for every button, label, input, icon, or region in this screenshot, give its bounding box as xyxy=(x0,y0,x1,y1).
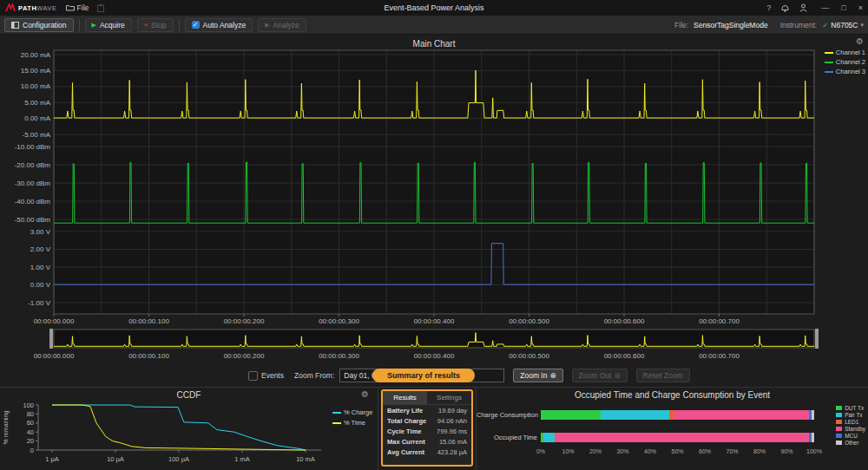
bottom-panels: CCDF ⚙ 1008060402001 µA10 µA100 µA1 mA10… xyxy=(0,387,868,470)
svg-text:00:00:00.600: 00:00:00.600 xyxy=(604,352,645,360)
auto-analyze-toggle[interactable]: ✓ Auto Analyze xyxy=(185,18,253,32)
file-label: File: xyxy=(674,21,688,29)
stop-icon: ■ xyxy=(144,22,148,28)
minimize-button[interactable]: — xyxy=(821,3,829,12)
main-chart-canvas[interactable]: 20.00 mA15.00 mA10.00 mA5.00 mA0.00 mA-5… xyxy=(0,35,868,328)
legend-swatch xyxy=(332,422,341,424)
reset-zoom-button[interactable]: Reset Zoom xyxy=(636,369,690,382)
main-chart-legend: Channel 1Channel 2Channel 3 xyxy=(825,49,865,75)
chart-settings-gear-icon[interactable]: ⚙ xyxy=(856,36,864,46)
legend-label: Standby xyxy=(845,426,865,432)
events-checkbox[interactable] xyxy=(248,371,258,381)
analyze-label: Analyze xyxy=(273,21,299,29)
result-row: Cycle Time799.96 ms xyxy=(383,426,471,436)
svg-text:00:00:00.600: 00:00:00.600 xyxy=(604,317,645,325)
ccdf-settings-gear-icon[interactable]: ⚙ xyxy=(361,389,369,399)
analyze-button[interactable]: ▶ Analyze xyxy=(258,18,306,32)
auto-analyze-label: Auto Analyze xyxy=(203,21,247,29)
zoom-in-button[interactable]: Zoom In ⊕ xyxy=(513,369,562,382)
svg-text:0.00 V: 0.00 V xyxy=(30,281,51,289)
user-account-icon[interactable] xyxy=(799,3,807,12)
overview-scrubber-canvas[interactable]: 00:00:00.00000:00:00.10000:00:00.20000:0… xyxy=(0,328,868,364)
acquire-button[interactable]: ▶ Acquire xyxy=(85,18,132,32)
axis-tick-label: 70% xyxy=(726,448,738,454)
results-panel: Results Settings Battery Life19.69 dayTo… xyxy=(378,388,476,470)
bar-segment xyxy=(556,433,808,442)
panel-icon xyxy=(11,22,19,29)
legend-item: MCU xyxy=(836,433,865,439)
stop-label: Stop xyxy=(151,21,167,29)
notifications-bell-icon[interactable] xyxy=(781,3,789,12)
checkbox-checked-icon: ✓ xyxy=(192,21,200,29)
legend-label: Channel 2 xyxy=(836,58,865,66)
result-row: Avg Current423.28 µA xyxy=(383,447,471,457)
legend-label: LED1 xyxy=(845,419,858,425)
legend-swatch xyxy=(836,420,842,424)
legend-label: Channel 1 xyxy=(836,49,865,56)
legend-item: Pair Tx xyxy=(836,412,865,418)
result-label: Battery Life xyxy=(387,407,423,415)
result-label: Cycle Time xyxy=(387,428,421,435)
axis-tick-label: 90% xyxy=(780,448,792,454)
svg-text:10 mA: 10 mA xyxy=(296,455,315,463)
svg-text:00:00:00.100: 00:00:00.100 xyxy=(128,352,169,360)
maximize-button[interactable]: □ xyxy=(841,3,845,12)
svg-text:100 µA: 100 µA xyxy=(168,455,189,463)
legend-swatch xyxy=(836,413,842,417)
clipboard-icon[interactable] xyxy=(97,4,104,12)
results-box: Results Settings Battery Life19.69 dayTo… xyxy=(381,389,473,467)
svg-text:40: 40 xyxy=(27,428,34,436)
legend-item: Channel 3 xyxy=(825,68,865,75)
zoom-out-button[interactable]: Zoom Out ⊖ xyxy=(572,369,628,382)
zoom-controls-row: Events Zoom From: Summary of results Zoo… xyxy=(0,364,868,387)
svg-text:00:00:00.000: 00:00:00.000 xyxy=(34,352,75,360)
svg-text:-30.00 dBm: -30.00 dBm xyxy=(15,180,51,187)
zoom-out-icon: ⊖ xyxy=(614,371,620,380)
result-row: Battery Life19.69 day xyxy=(383,405,471,415)
toolbar-separator xyxy=(79,19,80,31)
analyze-icon: ▶ xyxy=(265,22,269,29)
legend-item: % Time xyxy=(332,419,372,427)
svg-text:-5.00 mA: -5.00 mA xyxy=(23,131,51,139)
bar-segment xyxy=(812,433,814,442)
titlebar-right: ? — □ × xyxy=(766,3,863,12)
svg-text:1 µA: 1 µA xyxy=(45,455,59,463)
zoom-out-label: Zoom Out xyxy=(579,371,612,380)
events-label: Events xyxy=(261,371,284,380)
ccdf-canvas: 1008060402001 µA10 µA100 µA1 mA10 mA% re… xyxy=(0,400,378,470)
axis-tick-label: 20% xyxy=(589,448,602,454)
svg-text:10 µA: 10 µA xyxy=(107,455,124,463)
reset-zoom-label: Reset Zoom xyxy=(643,371,683,380)
svg-text:00:00:00.100: 00:00:00.100 xyxy=(128,317,169,325)
file-value: SensorTagSingleMode xyxy=(694,21,768,29)
svg-text:00:00:00.400: 00:00:00.400 xyxy=(414,352,455,360)
axis-tick-label: 80% xyxy=(753,448,766,454)
help-icon[interactable]: ? xyxy=(766,3,771,12)
instrument-selector[interactable]: ✓ N6705C ▾ xyxy=(822,21,864,29)
tab-results[interactable]: Results xyxy=(383,391,427,404)
svg-text:-20.00 dBm: -20.00 dBm xyxy=(15,161,51,169)
file-menu[interactable]: File xyxy=(66,3,89,12)
legend-item: Channel 1 xyxy=(825,49,865,56)
svg-text:00:00:00.300: 00:00:00.300 xyxy=(319,352,359,360)
axis-tick-label: 40% xyxy=(644,448,656,454)
event-legend: DUT TxPair TxLED1StandbyMCUOther xyxy=(836,405,865,446)
axis-tick-label: 60% xyxy=(699,448,711,454)
main-chart-title: Main Chart xyxy=(0,39,868,49)
svg-text:00:00:00.200: 00:00:00.200 xyxy=(224,352,265,360)
event-bar-label: Occupied Time xyxy=(477,434,537,441)
legend-item: Channel 2 xyxy=(825,58,865,66)
tab-settings[interactable]: Settings xyxy=(427,391,471,404)
close-button[interactable]: × xyxy=(858,3,863,12)
stop-button[interactable]: ■ Stop xyxy=(137,18,174,32)
configuration-button[interactable]: Configuration xyxy=(4,18,74,32)
svg-text:2.00 V: 2.00 V xyxy=(30,245,51,253)
zoom-in-label: Zoom In xyxy=(520,371,547,380)
svg-text:00:00:00.000: 00:00:00.000 xyxy=(34,317,75,325)
titlebar: PATHWAVE File Event-Based Power Analysis… xyxy=(0,0,868,16)
results-rows: Battery Life19.69 dayTotal Charge94.06 n… xyxy=(383,405,471,457)
events-chart-panel: Occupied Time and Charge Consumption by … xyxy=(476,388,868,470)
legend-label: DUT Tx xyxy=(845,405,864,411)
window-title: Event-Based Power Analysis xyxy=(384,3,483,12)
legend-label: % Charge xyxy=(344,408,372,416)
